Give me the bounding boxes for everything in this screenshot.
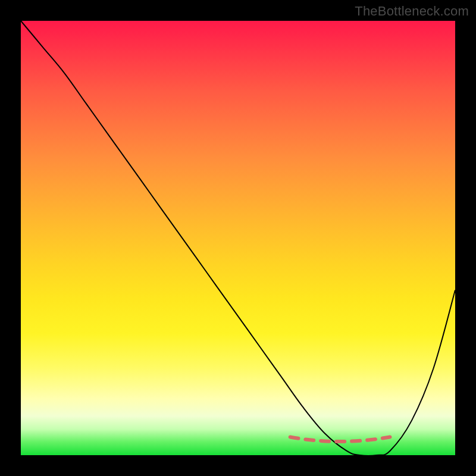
highlight-dash [290, 437, 390, 442]
watermark-label: TheBottleneck.com [355, 4, 469, 19]
curve-svg [21, 21, 455, 455]
chart-container: TheBottleneck.com [0, 0, 476, 476]
bottleneck-curve [21, 21, 455, 456]
plot-area [21, 21, 455, 455]
